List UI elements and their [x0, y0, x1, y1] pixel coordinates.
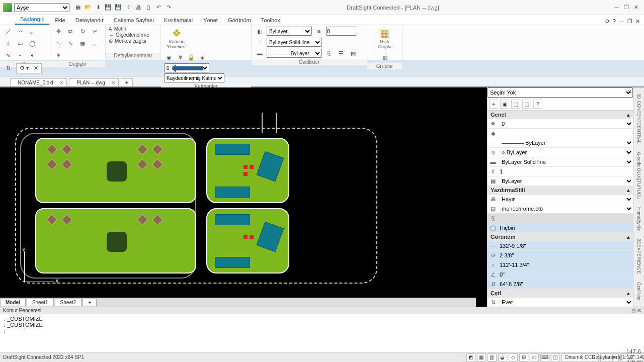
sheet-add[interactable]: + [83, 299, 97, 306]
centerline-button[interactable]: ⊕Merkez çizgisi [109, 38, 146, 44]
prop-none[interactable] [499, 223, 633, 232]
layer-freeze-icon[interactable]: ❄ [175, 52, 185, 62]
spline-icon[interactable]: ∿ [3, 50, 13, 60]
mirror-icon[interactable]: ⇋ [53, 38, 63, 48]
point-icon[interactable]: • [15, 50, 25, 60]
ungroup-icon[interactable]: ▥ [380, 52, 390, 62]
prop-width[interactable] [499, 241, 633, 250]
prop-depth[interactable] [499, 280, 633, 289]
explode-icon[interactable]: ✶ [53, 50, 63, 60]
grid-icon[interactable]: ▦ [477, 353, 486, 361]
new-icon[interactable]: ▦ [74, 4, 82, 11]
tab-toolbox[interactable]: Toolbox [256, 16, 285, 25]
color-select[interactable]: ByLayer [267, 27, 312, 36]
import-icon[interactable]: ⬇ [95, 4, 102, 11]
more-draw-icon[interactable]: ▾ [27, 50, 37, 60]
tab-sheet[interactable]: Çalışma Sayfası [109, 16, 159, 25]
drawing-canvas[interactable]: XY [0, 87, 487, 307]
cmd-close-icon[interactable]: ✕ [637, 308, 641, 313]
workspace-select[interactable]: Ayşe [14, 3, 69, 12]
side-tab-3dexp[interactable]: 3DEXPERIENCE [636, 236, 641, 277]
sheet-model[interactable]: Model [0, 299, 26, 306]
ortho-icon[interactable]: ▥ [488, 353, 497, 361]
select-add-icon[interactable]: ▣ [500, 100, 509, 109]
print-icon[interactable]: 🖶 [135, 4, 142, 11]
side-tab-props[interactable]: Özellikler [636, 279, 641, 304]
cmd-output[interactable]: _CUSTOMIZE _CUSTOMIZE [0, 314, 644, 352]
prop-plot-table[interactable]: monochrome.ctb [499, 204, 633, 213]
section-misc[interactable]: Çştl▴ [488, 289, 633, 298]
ribbon-sync-icon[interactable]: ⟳ [605, 18, 610, 25]
polar-icon[interactable]: ◒ [498, 353, 507, 361]
export-icon[interactable]: ⇪ [125, 4, 132, 11]
array-icon[interactable]: ▦ [77, 38, 88, 48]
tab-constraints[interactable]: Kısıtlamalar [159, 16, 198, 25]
fillet-icon[interactable]: ◟ [90, 38, 100, 48]
dyn-icon[interactable]: ◫ [551, 353, 560, 361]
preview-icon[interactable]: 🗋 [145, 4, 152, 11]
tab-insert[interactable]: Ekle [49, 16, 70, 25]
scale-icon[interactable]: ⤡ [65, 38, 75, 48]
lwt-icon[interactable]: ▭ [530, 353, 539, 361]
transparency-input[interactable] [326, 27, 356, 36]
saveall-icon[interactable]: 💾 [115, 4, 122, 11]
prop-thickness[interactable] [499, 167, 633, 176]
color-icon[interactable]: ◧ [255, 26, 265, 36]
ltype-icon2[interactable]: ≣ [255, 37, 265, 47]
qinput-icon[interactable]: ⌨ [540, 353, 549, 361]
side-tab-homebyme[interactable]: HomeByMe [636, 204, 641, 234]
prop-layer[interactable]: 0 [499, 119, 633, 128]
tab-annotate[interactable]: Detaylandır [70, 16, 109, 25]
cmd-pin-icon[interactable]: ⊡ [631, 308, 635, 313]
section-general[interactable]: Genel▴ [488, 111, 633, 119]
tab-manage[interactable]: Yönet [198, 16, 223, 25]
layer-iso-icon[interactable]: ◈ [197, 52, 207, 62]
tab-home[interactable]: Başlangıç [15, 15, 49, 25]
prop-height[interactable] [499, 260, 633, 269]
rect-icon[interactable]: ▭ [15, 38, 25, 48]
prop-color[interactable] [499, 129, 633, 138]
copy-icon[interactable]: ⧉ [65, 26, 75, 36]
doc-min-icon[interactable]: — [619, 18, 624, 25]
lweight-icon[interactable]: ▬ [255, 48, 265, 58]
linetype-select[interactable]: ByLayer Solid line [267, 38, 322, 47]
minimize-icon[interactable]: — [614, 4, 621, 11]
move-icon[interactable]: ✥ [53, 26, 63, 36]
arc-icon[interactable]: ◡ [27, 26, 37, 36]
doc-close-icon[interactable]: ✕ [635, 18, 640, 25]
prop-lweight[interactable]: ByLayer Solid line [499, 157, 633, 166]
trim-icon[interactable]: ✂ [90, 26, 100, 36]
prop-material[interactable]: ByLayer [499, 176, 633, 186]
doc-tab-1[interactable]: NONAME_0.dxf✕ [10, 78, 67, 86]
props-close-icon[interactable]: ✕ [627, 88, 632, 95]
prop-linetype[interactable]: ———— ByLayer [499, 138, 633, 147]
dimension-button[interactable]: ↔Ölçedilendirme [109, 32, 149, 38]
rotate-icon[interactable]: ↻ [77, 26, 88, 36]
match-icon[interactable]: ⎘ [324, 48, 334, 58]
pick-icon[interactable]: ⌖ [489, 100, 498, 109]
close-tab-icon[interactable]: ✕ [59, 80, 63, 85]
layer-state-select[interactable]: Kaydedilmemiş Katman Du [164, 73, 224, 82]
redo-icon[interactable]: ↷ [165, 4, 172, 11]
snap-icon[interactable]: ◩ [466, 353, 475, 361]
prop-misc-a[interactable]: Evet [499, 298, 633, 307]
add-tab-button[interactable]: + [121, 78, 133, 86]
props-help-icon[interactable]: ? [533, 100, 542, 109]
side-tab-3dcc[interactable]: 3D CONTENTCENTRAL [636, 90, 641, 147]
restore-icon[interactable]: ❐ [624, 4, 631, 11]
layer-off-icon[interactable]: ◉ [164, 52, 174, 62]
undo-icon[interactable]: ↶ [155, 4, 162, 11]
section-view[interactable]: Görünüm▴ [488, 233, 633, 241]
side-tab-gcode[interactable]: G-code OLUŞTURUCU [636, 149, 641, 203]
otrack-icon[interactable]: ⊞ [519, 353, 528, 361]
select-remove-icon[interactable]: ▢ [511, 100, 520, 109]
line-icon[interactable]: ／ [3, 26, 13, 36]
ellipse-icon[interactable]: ◯ [27, 38, 37, 48]
prop-angle[interactable] [499, 270, 633, 279]
prop-ltscale[interactable]: ○ ByLayer [499, 148, 633, 157]
tool-options[interactable]: ⚙ ▾ ✕ [16, 63, 42, 73]
list-icon[interactable]: ☰ [336, 48, 346, 58]
filter-icon[interactable]: ⇅ [3, 63, 13, 73]
save-icon[interactable]: 💾 [105, 4, 112, 11]
layer-manager-button[interactable]: ❖ Katman Yöneticisi [164, 26, 190, 50]
